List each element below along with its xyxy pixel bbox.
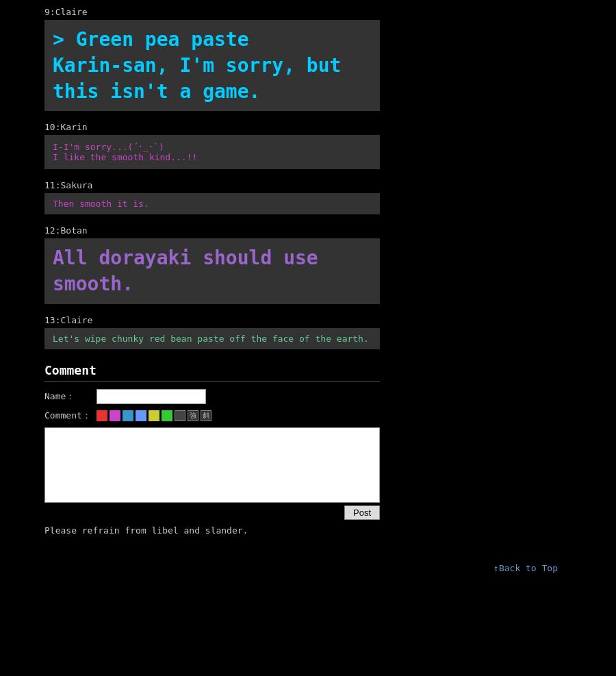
- entry-11-label: 11:Sakura: [44, 180, 572, 190]
- post-row: Post: [44, 505, 380, 520]
- back-to-top-link[interactable]: ↑Back to Top: [493, 563, 558, 573]
- comment-entry-13: 13:Claire Let's wipe chunky red bean pas…: [44, 315, 572, 349]
- entry-12-author: Botan: [60, 225, 87, 236]
- back-to-top-row: ↑Back to Top: [44, 563, 572, 573]
- comment-entry-12: 12:Botan All dorayaki should use smooth.: [44, 225, 572, 304]
- page-wrapper: 9:Claire > Green pea pasteKarin-san, I'm…: [0, 0, 616, 601]
- entry-9-text: Green pea pasteKarin-san, I'm sorry, but…: [53, 28, 341, 103]
- post-button[interactable]: Post: [344, 505, 380, 520]
- entry-10-line2: I like the smooth kind...!!: [53, 152, 372, 162]
- entry-10-number: 10:: [44, 122, 60, 132]
- entry-9-label: 9:Claire: [44, 7, 572, 17]
- name-row: Name：: [44, 389, 380, 404]
- entry-9-prefix: >: [53, 28, 76, 51]
- entry-10-line1: I-I'm sorry...(´･_･`): [53, 142, 372, 152]
- name-label: Name：: [44, 390, 92, 403]
- entry-12-box: All dorayaki should use smooth.: [44, 238, 380, 304]
- comment-label: Comment：: [44, 410, 92, 422]
- comment-section: Comment Name： Comment： 強 斜 Post Please: [44, 363, 380, 536]
- color-btn-green[interactable]: [162, 410, 172, 421]
- entry-11-number: 11:: [44, 180, 60, 190]
- entry-12-label: 12:Botan: [44, 225, 572, 236]
- comment-section-title: Comment: [44, 363, 380, 382]
- entry-9-number: 9:: [44, 7, 55, 17]
- entry-13-author: Claire: [60, 315, 92, 325]
- comment-label-row: Comment： 強 斜: [44, 410, 380, 422]
- entry-11-text: Then smooth it is.: [53, 199, 372, 209]
- comment-textarea[interactable]: [44, 427, 380, 503]
- color-btn-blue2[interactable]: [136, 410, 146, 421]
- entry-13-label: 13:Claire: [44, 315, 572, 325]
- entry-10-box: I-I'm sorry...(´･_･`) I like the smooth …: [44, 135, 380, 169]
- color-btn-dark[interactable]: [175, 410, 185, 421]
- entry-9-box: > Green pea pasteKarin-san, I'm sorry, b…: [44, 20, 380, 111]
- color-buttons-group: 強 斜: [97, 410, 211, 421]
- color-btn-kanji1[interactable]: 強: [188, 410, 198, 421]
- color-btn-red[interactable]: [97, 410, 107, 421]
- entry-13-number: 13:: [44, 315, 60, 325]
- entry-9-author: Claire: [55, 7, 88, 17]
- comment-entry-9: 9:Claire > Green pea pasteKarin-san, I'm…: [44, 7, 572, 111]
- disclaimer-text: Please refrain from libel and slander.: [44, 525, 380, 536]
- entry-10-label: 10:Karin: [44, 122, 572, 132]
- entry-10-author: Karin: [60, 122, 87, 132]
- color-btn-blue[interactable]: [123, 410, 133, 421]
- entry-11-box: Then smooth it is.: [44, 193, 380, 214]
- comment-entry-10: 10:Karin I-I'm sorry...(´･_･`) I like th…: [44, 122, 572, 169]
- color-btn-pink[interactable]: [110, 410, 120, 421]
- entry-12-number: 12:: [44, 225, 60, 236]
- entry-13-box: Let's wipe chunky red bean paste off the…: [44, 328, 380, 349]
- entry-13-text: Let's wipe chunky red bean paste off the…: [53, 334, 372, 344]
- color-btn-kanji2[interactable]: 斜: [201, 410, 211, 421]
- name-input[interactable]: [97, 389, 206, 404]
- comment-entry-11: 11:Sakura Then smooth it is.: [44, 180, 572, 214]
- color-btn-yellow[interactable]: [149, 410, 159, 421]
- entry-12-text: All dorayaki should use smooth.: [53, 245, 372, 297]
- entry-11-author: Sakura: [60, 180, 92, 190]
